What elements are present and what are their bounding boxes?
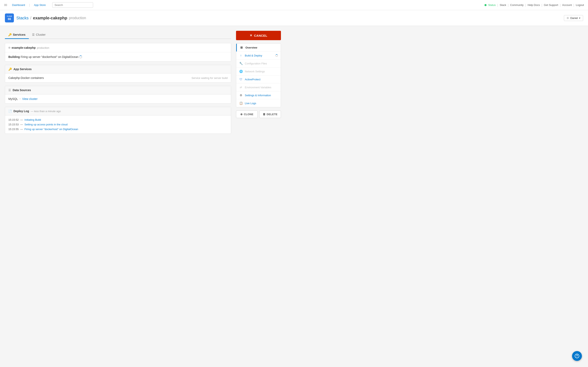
- log-entry-1: 15:15:52 — Initiating Build: [8, 117, 228, 122]
- live-logs-icon: 📋: [239, 101, 243, 105]
- settings-label: Settings & Information: [245, 94, 271, 97]
- search-input[interactable]: [52, 2, 93, 8]
- sidebar-item-settings[interactable]: ⚙ Settings & Information: [236, 91, 281, 99]
- stack-env-text: production: [37, 46, 49, 49]
- user-menu-button[interactable]: ⚙ Daniel ▾: [564, 15, 583, 21]
- view-cluster-link[interactable]: View cluster: [22, 97, 38, 100]
- tab-services[interactable]: 🔑 Services: [5, 31, 29, 39]
- build-deploy-icon: ↑: [239, 54, 243, 57]
- cancel-icon: ✕: [250, 34, 252, 37]
- status-link[interactable]: Status: [488, 3, 496, 7]
- stack-name: example-cakephp: [33, 16, 67, 20]
- sidebar: ✕ CANCEL ⊞ Overview ↑ Build & Deploy 🔧 C…: [236, 31, 281, 137]
- cancel-label: CANCEL: [254, 34, 268, 37]
- log-link-3[interactable]: Firing up server "dockerhost" on Digital…: [25, 128, 78, 131]
- deploy-log-time: — less than a minute ago: [31, 110, 61, 113]
- stack-name-row: example-cakephp production: [5, 43, 231, 52]
- clone-label: CLONE: [244, 113, 253, 116]
- env-variables-icon: ⇄: [239, 86, 243, 89]
- sidebar-nav-card: ⊞ Overview ↑ Build & Deploy 🔧 Configurat…: [236, 43, 281, 107]
- deploy-log-header: 📄 Deploy Log — less than a minute ago: [5, 107, 231, 115]
- settings-icon: ⚙: [239, 94, 243, 97]
- get-support-link[interactable]: Get Support: [544, 3, 558, 7]
- overview-icon: ⊞: [240, 46, 243, 49]
- data-sources-card: ☰ Data Sources MySQL • View cluster: [5, 86, 231, 104]
- user-name-label: Daniel: [570, 17, 578, 20]
- building-row: Building Firing up server "dockerhost" o…: [5, 52, 231, 61]
- service-status-value: Service waiting for server build: [191, 76, 228, 80]
- help-docs-link[interactable]: Help Docs: [527, 3, 540, 7]
- sidebar-item-overview[interactable]: ⊞ Overview: [236, 44, 281, 52]
- sidebar-item-live-logs[interactable]: 📋 Live Logs: [236, 99, 281, 107]
- top-navigation: ✉ Dashboard | App Store Status | Slack |…: [0, 0, 588, 10]
- log-timestamp-3: 15:15:55: [8, 128, 19, 131]
- sidebar-item-build-deploy[interactable]: ↑ Build & Deploy: [236, 52, 281, 59]
- nav-right: Status | Slack | Community | Help Docs |…: [484, 3, 584, 7]
- log-link-1[interactable]: Initiating Build: [25, 118, 41, 121]
- breadcrumb: CLOUD 66 Stacks / example-cakephp produc…: [5, 13, 86, 22]
- delete-icon: 🗑: [263, 113, 265, 116]
- live-logs-label: Live Logs: [245, 102, 256, 105]
- stack-info-card: example-cakephp production Building Firi…: [5, 43, 231, 62]
- tab-cluster[interactable]: ☰ Cluster: [29, 31, 49, 39]
- cluster-tab-label: Cluster: [36, 33, 46, 36]
- services-tab-icon: 🔑: [8, 33, 12, 36]
- log-dash-2: —: [20, 123, 24, 126]
- cloud66-logo: CLOUD 66: [5, 13, 14, 22]
- data-sources-header: ☰ Data Sources: [5, 86, 231, 94]
- status-dot: [484, 4, 486, 6]
- sidebar-item-env-variables: ⇄ Environment Variables: [236, 83, 281, 91]
- network-settings-icon: 🌐: [239, 70, 243, 73]
- db-name-label: MySQL: [8, 97, 18, 100]
- sidebar-item-activeprotect[interactable]: 🛡 ActiveProtect: [236, 75, 281, 83]
- dashboard-link[interactable]: Dashboard: [12, 3, 25, 7]
- deploy-log-card: 📄 Deploy Log — less than a minute ago 15…: [5, 107, 231, 134]
- building-server-text: Firing up server "dockerhost" on Digital…: [21, 55, 78, 58]
- breadcrumb-separator: /: [30, 16, 31, 20]
- config-files-icon: 🔧: [239, 62, 243, 65]
- svg-text:66: 66: [8, 17, 11, 21]
- sidebar-item-config-files: 🔧 Configuration Files: [236, 59, 281, 67]
- content-area: 🔑 Services ☰ Cluster example-cakephp pro…: [5, 31, 231, 137]
- network-settings-label: Network Settings: [245, 70, 265, 73]
- cancel-button[interactable]: ✕ CANCEL: [236, 31, 281, 40]
- app-services-card: 🔑 App Services Cakephp-Docker containers…: [5, 65, 231, 83]
- db-separator: •: [20, 97, 21, 100]
- stack-status-dot: [8, 47, 10, 49]
- account-link[interactable]: Account: [562, 3, 572, 7]
- clone-button[interactable]: ⊕ CLONE: [236, 110, 258, 118]
- app-services-title: App Services: [13, 67, 32, 71]
- nav-left: ✉ Dashboard | App Store: [4, 2, 93, 8]
- log-entries-container: 15:15:52 — Initiating Build 15:15:53 — S…: [5, 115, 231, 133]
- user-caret-icon: ▾: [579, 17, 580, 20]
- delete-label: DELETE: [267, 113, 277, 116]
- logout-link[interactable]: Logout: [576, 3, 584, 7]
- deploy-log-title: Deploy Log: [13, 109, 29, 113]
- data-sources-title: Data Sources: [13, 89, 31, 92]
- log-link-2[interactable]: Setting up access points in the cloud: [25, 123, 68, 126]
- slack-link[interactable]: Slack: [500, 3, 506, 7]
- sidebar-actions: ⊕ CLONE 🗑 DELETE: [236, 110, 281, 118]
- app-services-header: 🔑 App Services: [5, 65, 231, 73]
- data-sources-icon: ☰: [8, 89, 11, 92]
- overview-label: Overview: [245, 46, 257, 49]
- stacks-link[interactable]: Stacks: [16, 16, 29, 20]
- email-icon[interactable]: ✉: [4, 3, 7, 7]
- log-dash-1: —: [20, 118, 24, 121]
- service-name-label: Cakephp-Docker containers: [8, 76, 44, 80]
- app-service-row: Cakephp-Docker containers Service waitin…: [5, 73, 231, 82]
- appstore-link[interactable]: App Store: [34, 3, 46, 7]
- cluster-tab-icon: ☰: [32, 33, 35, 36]
- stack-name-text: example-cakephp: [12, 46, 36, 49]
- services-tab-label: Services: [13, 33, 26, 36]
- log-entry-3: 15:15:55 — Firing up server "dockerhost"…: [8, 127, 228, 132]
- building-spinner: [79, 55, 82, 58]
- activeprotect-label: ActiveProtect: [245, 78, 260, 81]
- delete-button[interactable]: 🗑 DELETE: [259, 110, 281, 118]
- user-gear-icon: ⚙: [567, 17, 569, 20]
- log-dash-3: —: [20, 128, 24, 131]
- sidebar-item-network-settings: 🌐 Network Settings: [236, 67, 281, 75]
- tabs-container: 🔑 Services ☰ Cluster: [5, 31, 231, 39]
- environment-badge: production: [69, 16, 86, 20]
- community-link[interactable]: Community: [510, 3, 524, 7]
